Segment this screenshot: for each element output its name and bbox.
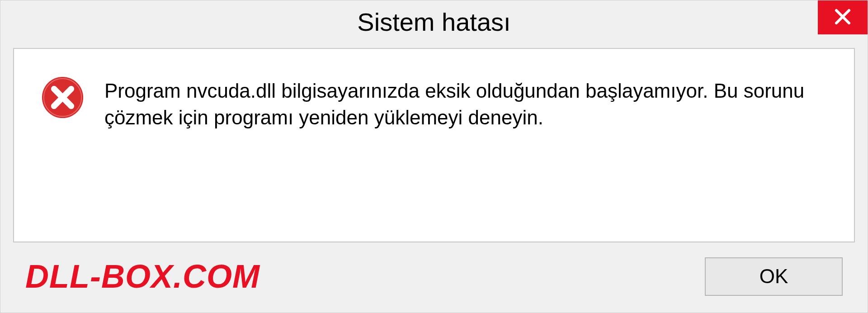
close-icon [834,8,852,28]
title-bar: Sistem hatası [0,0,868,43]
error-message: Program nvcuda.dll bilgisayarınızda eksi… [104,74,831,131]
footer-bar: DLL-BOX.COM OK [0,251,868,313]
content-panel: Program nvcuda.dll bilgisayarınızda eksi… [13,48,855,242]
error-dialog-window: Sistem hatası Program nvcuda.dll bilgisa… [0,0,868,313]
watermark-text: DLL-BOX.COM [25,258,260,295]
close-button[interactable] [818,0,868,34]
window-title: Sistem hatası [357,7,510,37]
error-icon [41,76,84,121]
ok-button[interactable]: OK [705,257,843,296]
